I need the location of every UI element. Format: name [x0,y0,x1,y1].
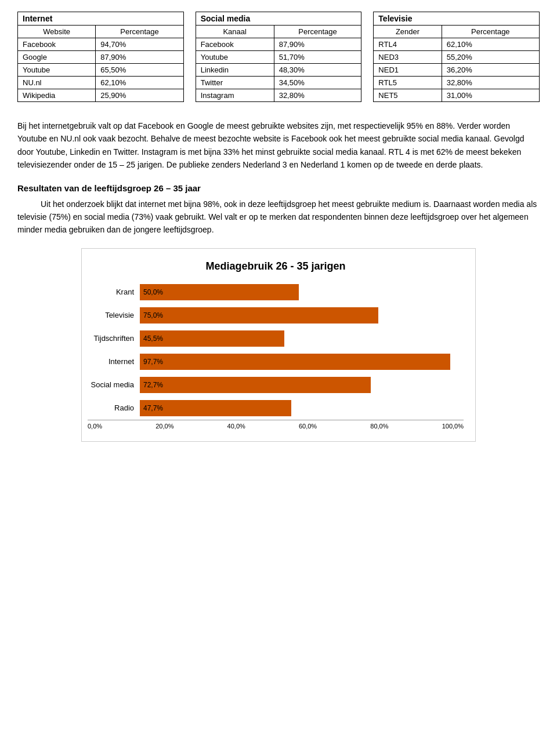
paragraph-1: Bij het internetgebruik valt op dat Face… [17,119,540,172]
social-media-title: Social media [196,12,361,26]
bar-fill: 50,0% [140,284,299,300]
bar-label: Social media [88,380,140,389]
table-cell: Wikipedia [18,89,96,102]
televisie-col2-header: Percentage [442,26,539,38]
internet-table-container: Internet Website Percentage Facebook94,7… [17,12,184,102]
bar-wrapper: 50,0% [140,284,458,300]
bar-wrapper: 47,7% [140,400,458,416]
bar-value-label: 45,5% [143,335,163,343]
table-cell: Instagram [196,89,274,102]
bar-row: Krant50,0% [140,284,458,300]
table-cell: Google [18,51,96,64]
table-row: Instagram32,80% [196,89,361,102]
table-cell: NED3 [374,51,442,64]
bar-row: Internet97,7% [140,354,458,370]
bar-label: Tijdschriften [88,334,140,343]
table-cell: 32,80% [274,89,361,102]
bar-row: Tijdschriften45,5% [140,330,458,347]
bar-value-label: 72,7% [143,381,163,389]
bar-value-label: 97,7% [143,358,163,366]
table-cell: 62,10% [96,77,183,89]
bar-fill: 47,7% [140,400,291,416]
x-axis-label: 80,0% [370,423,388,430]
table-cell: 65,50% [96,64,183,77]
table-cell: 32,80% [442,77,539,89]
bar-fill: 72,7% [140,377,371,393]
table-cell: NET5 [374,89,442,102]
social-media-col2-header: Percentage [274,26,361,38]
table-cell: 62,10% [442,38,539,51]
table-cell: RTL4 [374,38,442,51]
table-row: RTL462,10% [374,38,540,51]
table-cell: 87,90% [96,51,183,64]
paragraph-2: Uit het onderzoek blijkt dat internet me… [17,198,540,237]
table-cell: Youtube [196,51,274,64]
table-cell: 51,70% [274,51,361,64]
table-cell: Facebook [18,38,96,51]
table-cell: 48,30% [274,64,361,77]
table-cell: 94,70% [96,38,183,51]
internet-col1-header: Website [18,26,96,38]
x-axis-label: 0,0% [88,423,102,430]
table-cell: 34,50% [274,77,361,89]
table-row: Facebook94,70% [18,38,184,51]
x-axis-labels: 0,0%20,0%40,0%60,0%80,0%100,0% [88,423,464,430]
table-row: NED355,20% [374,51,540,64]
social-media-table: Social media Kanaal Percentage Facebook8… [196,12,362,102]
bar-label: Radio [88,404,140,412]
table-row: Google87,90% [18,51,184,64]
table-row: Wikipedia25,90% [18,89,184,102]
x-axis-label: 60,0% [299,423,317,430]
paragraph-2-text: Uit het onderzoek blijkt dat internet me… [17,199,537,235]
chart-title: Mediagebruik 26 - 35 jarigen [88,260,464,272]
table-row: NU.nl62,10% [18,77,184,89]
table-cell: 25,90% [96,89,183,102]
x-axis-label: 40,0% [227,423,245,430]
chart-container: Mediagebruik 26 - 35 jarigen Krant50,0%T… [81,248,476,442]
table-cell: 55,20% [442,51,539,64]
table-row: RTL532,80% [374,77,540,89]
bar-value-label: 47,7% [143,404,163,412]
tables-section: Internet Website Percentage Facebook94,7… [17,12,540,102]
bar-fill: 45,5% [140,330,284,347]
table-cell: Twitter [196,77,274,89]
bar-row: Televisie75,0% [140,307,458,324]
table-cell: NED1 [374,64,442,77]
table-cell: NU.nl [18,77,96,89]
bar-label: Krant [88,288,140,296]
bar-wrapper: 97,7% [140,354,458,370]
table-cell: RTL5 [374,77,442,89]
x-axis: 0,0%20,0%40,0%60,0%80,0%100,0% [88,420,464,430]
table-cell: 31,00% [442,89,539,102]
televisie-table-container: Televisie Zender Percentage RTL462,10%NE… [373,12,540,102]
table-row: Twitter34,50% [196,77,361,89]
televisie-table: Televisie Zender Percentage RTL462,10%NE… [373,12,540,102]
table-row: Youtube65,50% [18,64,184,77]
table-cell: Linkedin [196,64,274,77]
bar-wrapper: 45,5% [140,330,458,347]
table-row: NET531,00% [374,89,540,102]
bar-wrapper: 72,7% [140,377,458,393]
table-cell: Facebook [196,38,274,51]
table-cell: 36,20% [442,64,539,77]
internet-table: Internet Website Percentage Facebook94,7… [17,12,184,102]
bar-label: Televisie [88,311,140,319]
x-axis-label: 100,0% [442,423,464,430]
table-row: NED136,20% [374,64,540,77]
bar-fill: 75,0% [140,307,378,324]
table-row: Linkedin48,30% [196,64,361,77]
internet-title: Internet [18,12,184,26]
bar-value-label: 50,0% [143,288,163,296]
bar-row: Radio47,7% [140,400,458,416]
table-cell: 87,90% [274,38,361,51]
televisie-col1-header: Zender [374,26,442,38]
bar-wrapper: 75,0% [140,307,458,324]
televisie-title: Televisie [374,12,540,26]
social-media-col1-header: Kanaal [196,26,274,38]
bar-value-label: 75,0% [143,311,163,319]
table-row: Youtube51,70% [196,51,361,64]
bar-fill: 97,7% [140,354,450,370]
x-axis-label: 20,0% [155,423,173,430]
table-cell: Youtube [18,64,96,77]
section-heading: Resultaten van de leeftijdsgroep 26 – 35… [17,183,540,193]
